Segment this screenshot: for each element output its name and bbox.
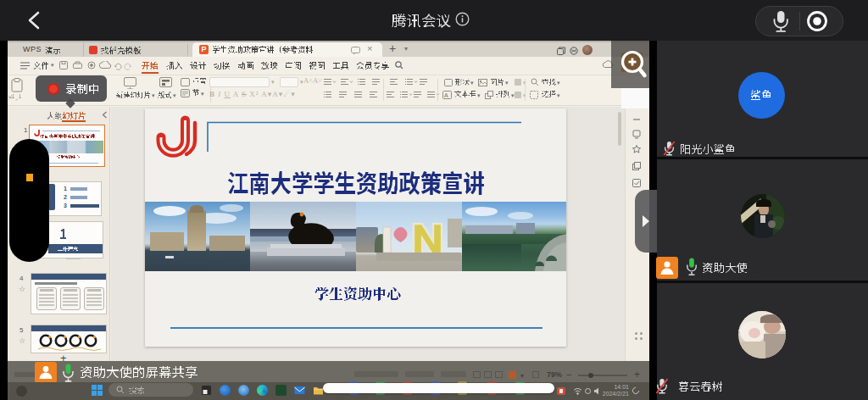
- svg-text:A: A: [444, 92, 448, 98]
